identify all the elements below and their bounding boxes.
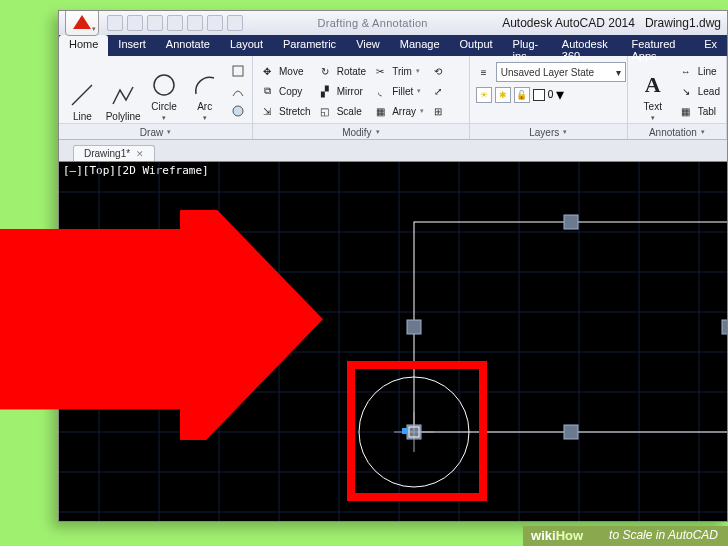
move-icon: ✥ bbox=[259, 63, 275, 79]
qat-save-button[interactable] bbox=[147, 15, 163, 31]
grip-left-mid[interactable] bbox=[407, 320, 421, 334]
table-button[interactable]: ▦Tabl bbox=[678, 102, 720, 121]
ribbon-tabs: Home Insert Annotate Layout Parametric V… bbox=[59, 35, 727, 56]
modify-extra-2[interactable]: ⤢ bbox=[430, 82, 446, 101]
draw-extra-3[interactable] bbox=[230, 102, 246, 121]
qat-saveas-button[interactable] bbox=[167, 15, 183, 31]
tab-overflow[interactable]: Ex bbox=[694, 35, 727, 56]
rotate-button[interactable]: ↻Rotate bbox=[317, 62, 366, 81]
copy-button[interactable]: ⧉Copy bbox=[259, 82, 311, 101]
line-button[interactable]: Line bbox=[65, 60, 100, 122]
tab-manage[interactable]: Manage bbox=[390, 35, 450, 56]
document-tabs: Drawing1* ✕ bbox=[59, 140, 727, 162]
qat-redo-button[interactable] bbox=[227, 15, 243, 31]
linear-dim-button[interactable]: ↔Line bbox=[678, 62, 720, 81]
title-right: Autodesk AutoCAD 2014 Drawing1.dwg bbox=[502, 16, 721, 30]
layer-properties-button[interactable]: ≡ bbox=[476, 63, 492, 82]
arc-icon bbox=[191, 71, 219, 99]
svg-point-3 bbox=[233, 106, 243, 116]
titlebar: ▾ Drafting & Annotation Autodesk AutoCAD… bbox=[59, 11, 727, 35]
panel-layers-label[interactable]: Layers▾ bbox=[470, 123, 627, 139]
circle-icon bbox=[150, 71, 178, 99]
scale-icon: ◱ bbox=[317, 103, 333, 119]
rotate-icon: ↻ bbox=[317, 63, 333, 79]
qat-open-button[interactable] bbox=[127, 15, 143, 31]
document-title: Drawing1.dwg bbox=[645, 16, 721, 30]
fillet-icon: ◟ bbox=[372, 83, 388, 99]
panel-draw-label[interactable]: Draw▾ bbox=[59, 123, 252, 139]
panel-modify-label[interactable]: Modify▾ bbox=[253, 123, 469, 139]
array-button[interactable]: ▦Array▾ bbox=[372, 102, 424, 121]
workspace-label[interactable]: Drafting & Annotation bbox=[243, 17, 502, 29]
circle-button[interactable]: Circle▾ bbox=[147, 60, 182, 122]
document-tab[interactable]: Drawing1* ✕ bbox=[73, 145, 155, 161]
layer-on-icon: ☀ bbox=[476, 87, 492, 103]
layer-lock-icon: 🔓 bbox=[514, 87, 530, 103]
tab-layout[interactable]: Layout bbox=[220, 35, 273, 56]
leader-icon: ↘ bbox=[678, 83, 694, 99]
svg-rect-2 bbox=[233, 66, 243, 76]
mirror-button[interactable]: ▞Mirror bbox=[317, 82, 366, 101]
text-button[interactable]: A Text▾ bbox=[634, 60, 672, 122]
drawing-canvas[interactable]: [–][Top][2D Wireframe] bbox=[59, 162, 727, 521]
scale-button[interactable]: ◱Scale bbox=[317, 102, 366, 121]
document-tab-label: Drawing1* bbox=[84, 148, 130, 159]
tab-parametric[interactable]: Parametric bbox=[273, 35, 346, 56]
chevron-down-icon: ▾ bbox=[92, 25, 96, 33]
tab-insert[interactable]: Insert bbox=[108, 35, 156, 56]
tab-featured-apps[interactable]: Featured Apps bbox=[621, 35, 694, 56]
layer-current-row[interactable]: ☀ ✱ 🔓 0 ▾ bbox=[476, 85, 565, 104]
polyline-button[interactable]: Polyline bbox=[106, 60, 141, 122]
tab-output[interactable]: Output bbox=[450, 35, 503, 56]
tab-view[interactable]: View bbox=[346, 35, 390, 56]
draw-extra-2[interactable] bbox=[230, 82, 246, 101]
panel-annotation: A Text▾ ↔Line ↘Lead ▦Tabl Annotation▾ bbox=[628, 56, 727, 139]
canvas-svg bbox=[59, 162, 727, 521]
grip-top-mid[interactable] bbox=[564, 215, 578, 229]
autocad-logo-icon bbox=[73, 15, 91, 29]
application-menu-button[interactable]: ▾ bbox=[65, 10, 99, 36]
svg-line-0 bbox=[72, 85, 92, 105]
layer-current-name: 0 bbox=[548, 89, 554, 100]
wikihow-logo: wikiHow bbox=[531, 528, 583, 543]
qat-new-button[interactable] bbox=[107, 15, 123, 31]
close-icon[interactable]: ✕ bbox=[136, 149, 144, 159]
modify-extra-3[interactable]: ⊞ bbox=[430, 102, 446, 121]
wikihow-watermark: wikiHow to Scale in AutoCAD bbox=[523, 526, 728, 546]
grip-bottom-mid[interactable] bbox=[564, 425, 578, 439]
drawn-rectangle[interactable] bbox=[414, 222, 727, 432]
svg-point-1 bbox=[154, 75, 174, 95]
modify-extra-1[interactable]: ⟲ bbox=[430, 62, 446, 81]
draw-extra-1[interactable] bbox=[230, 62, 246, 81]
quick-access-toolbar bbox=[107, 15, 243, 31]
tab-autodesk360[interactable]: Autodesk 360 bbox=[552, 35, 622, 56]
move-button[interactable]: ✥Move bbox=[259, 62, 311, 81]
tab-annotate[interactable]: Annotate bbox=[156, 35, 220, 56]
text-icon: A bbox=[639, 71, 667, 99]
grip-right-mid[interactable] bbox=[722, 320, 727, 334]
tab-plugins[interactable]: Plug-ins bbox=[503, 35, 552, 56]
fillet-button[interactable]: ◟Fillet▾ bbox=[372, 82, 424, 101]
stretch-icon: ⇲ bbox=[259, 103, 275, 119]
panel-layers: ≡ Unsaved Layer State▾ ☀ ✱ 🔓 0 ▾ Layers▾ bbox=[470, 56, 628, 139]
trim-icon: ✂ bbox=[372, 63, 388, 79]
trim-button[interactable]: ✂Trim▾ bbox=[372, 62, 424, 81]
qat-plot-button[interactable] bbox=[187, 15, 203, 31]
copy-icon: ⧉ bbox=[259, 83, 275, 99]
dimension-icon: ↔ bbox=[678, 63, 694, 79]
arc-button[interactable]: Arc▾ bbox=[187, 60, 222, 122]
layer-state-dropdown[interactable]: Unsaved Layer State▾ bbox=[496, 62, 626, 82]
panel-modify: ✥Move ⧉Copy ⇲Stretch ↻Rotate ▞Mirror ◱Sc… bbox=[253, 56, 470, 139]
layers-icon: ≡ bbox=[476, 64, 492, 80]
line-icon bbox=[68, 81, 96, 109]
article-title: to Scale in AutoCAD bbox=[609, 528, 718, 542]
leader-button[interactable]: ↘Lead bbox=[678, 82, 720, 101]
svg-rect-27 bbox=[402, 428, 408, 434]
tab-home[interactable]: Home bbox=[59, 35, 108, 56]
polyline-icon bbox=[109, 81, 137, 109]
stretch-button[interactable]: ⇲Stretch bbox=[259, 102, 311, 121]
mirror-icon: ▞ bbox=[317, 83, 333, 99]
qat-undo-button[interactable] bbox=[207, 15, 223, 31]
panel-annotation-label[interactable]: Annotation▾ bbox=[628, 123, 726, 139]
panel-draw: Line Polyline Circle▾ Arc▾ bbox=[59, 56, 253, 139]
